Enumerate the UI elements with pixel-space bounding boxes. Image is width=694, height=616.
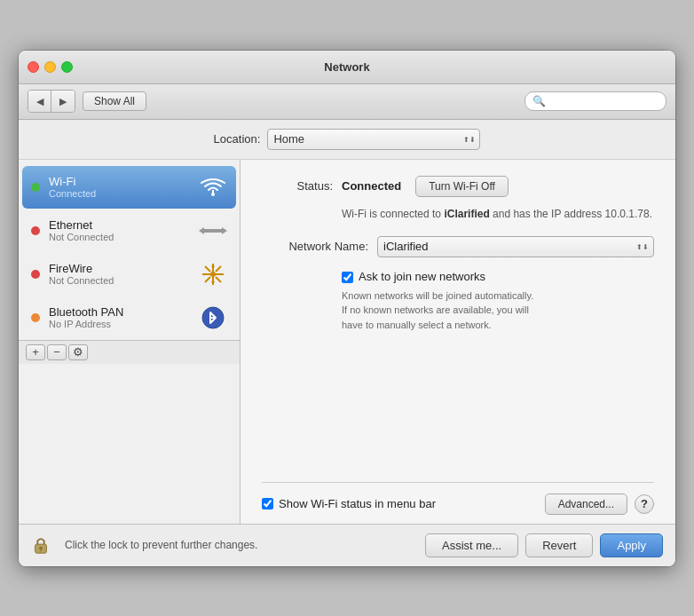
wifi-icon [199,173,227,201]
bottom-buttons: Assist me... Revert Apply [425,533,663,557]
location-bar: Location: Home Work Automatic [19,120,675,160]
show-wifi-label[interactable]: Show Wi-Fi status in menu bar [262,497,436,510]
back-button[interactable]: ◀ [28,91,51,112]
hint-line3: have to manually select a network. [342,320,492,330]
desc-ip: 10.0.1.78. [605,208,652,220]
bluetooth-status: No IP Address [49,319,190,329]
apply-button[interactable]: Apply [600,533,663,557]
status-description: Wi-Fi is connected to iClarified and has… [342,206,654,222]
show-all-button[interactable]: Show All [83,91,146,111]
wifi-status: Connected [49,188,190,199]
sidebar-item-firewire[interactable]: FireWire Not Connected [22,253,236,296]
status-row: Status: Connected Turn Wi-Fi Off [262,176,654,197]
item-text-bluetooth: Bluetooth PAN No IP Address [49,305,190,329]
network-name-label: Network Name: [262,240,368,253]
show-wifi-row: Show Wi-Fi status in menu bar [262,497,436,510]
nav-btn-group: ◀ ▶ [28,90,75,113]
revert-button[interactable]: Revert [525,533,593,557]
desc-part2: and has the IP address [490,208,605,220]
assist-me-button[interactable]: Assist me... [425,533,518,557]
advanced-button[interactable]: Advanced... [545,494,627,515]
remove-network-button[interactable]: − [47,344,67,360]
search-bar: 🔍 [524,91,666,111]
panel-action-buttons: Advanced... ? [545,494,654,515]
location-select-wrapper: Home Work Automatic [267,129,480,150]
network-select-wrapper: iClarified [377,236,654,257]
status-dot-bluetooth [31,313,40,322]
network-name-row: Network Name: iClarified [262,236,654,257]
firewire-icon [199,260,227,288]
wifi-name: Wi-Fi [49,175,190,188]
toolbar: ◀ ▶ Show All 🔍 [19,84,675,120]
titlebar: Network [19,51,675,84]
bottom-left: Click the lock to prevent further change… [31,535,257,555]
item-text-firewire: FireWire Not Connected [49,262,190,286]
turn-wifi-off-button[interactable]: Turn Wi-Fi Off [415,176,509,197]
svg-point-17 [39,547,43,550]
status-label: Status: [262,179,333,193]
network-name-select[interactable]: iClarified [377,236,654,257]
panel-bottom: Show Wi-Fi status in menu bar Advanced..… [262,482,654,515]
minimize-button[interactable] [44,61,56,73]
desc-ssid: iClarified [444,208,489,220]
bluetooth-icon [199,304,227,332]
svg-marker-13 [211,264,215,267]
forward-button[interactable]: ▶ [51,91,75,112]
status-value: Connected [342,179,401,193]
svg-line-10 [216,277,221,282]
ethernet-icon [199,217,227,245]
svg-marker-3 [217,227,227,234]
location-select[interactable]: Home Work Automatic [267,129,480,150]
svg-line-9 [205,266,210,272]
svg-line-11 [216,266,221,272]
maximize-button[interactable] [61,61,73,73]
ask-join-label[interactable]: Ask to join new networks [359,270,485,283]
ask-join-checkbox[interactable] [342,272,353,283]
main-panel: Status: Connected Turn Wi-Fi Off Wi-Fi i… [241,160,675,524]
show-wifi-text: Show Wi-Fi status in menu bar [279,497,436,510]
bluetooth-name: Bluetooth PAN [49,305,190,319]
bottom-bar: Click the lock to prevent further change… [19,524,675,566]
item-text-wifi: Wi-Fi Connected [49,175,190,199]
ethernet-status: Not Connected [49,232,190,242]
search-icon: 🔍 [532,95,546,107]
traffic-lights [28,61,73,73]
status-dot-firewire [31,270,40,279]
lock-text: Click the lock to prevent further change… [65,539,257,551]
status-dot-wifi [31,183,40,192]
desc-part1: Wi-Fi is connected to [342,208,444,220]
help-button[interactable]: ? [635,494,654,514]
sidebar-item-ethernet[interactable]: Ethernet Not Connected [22,209,236,252]
ethernet-name: Ethernet [49,218,190,232]
network-window: Network ◀ ▶ Show All 🔍 Location: Home Wo… [19,51,675,566]
content-area: Wi-Fi Connected [19,160,675,524]
svg-marker-2 [199,227,209,234]
firewire-name: FireWire [49,262,190,275]
search-input[interactable] [549,95,659,107]
sidebar-item-bluetooth[interactable]: Bluetooth PAN No IP Address [22,296,236,339]
window-title: Network [324,60,369,74]
lock-icon[interactable] [31,535,51,555]
location-label: Location: [214,132,261,146]
sidebar-footer: + − ⚙ [19,340,240,364]
add-network-button[interactable]: + [26,344,45,360]
close-button[interactable] [28,61,39,73]
svg-point-0 [211,193,215,196]
svg-line-12 [205,277,210,282]
status-dot-ethernet [31,226,40,235]
sidebar: Wi-Fi Connected [19,160,241,524]
item-text-ethernet: Ethernet Not Connected [49,218,190,242]
svg-marker-14 [211,281,215,285]
hint-line1: Known networks will be joined automatica… [342,290,533,301]
firewire-status: Not Connected [49,275,190,286]
sidebar-item-wifi[interactable]: Wi-Fi Connected [22,166,236,209]
ask-join-row: Ask to join new networks [342,270,654,283]
hint-line2: If no known networks are available, you … [342,304,529,315]
checkbox-hint: Known networks will be joined automatica… [342,288,654,333]
svg-point-4 [210,272,216,277]
show-wifi-checkbox[interactable] [262,498,273,509]
gear-button[interactable]: ⚙ [68,344,88,360]
